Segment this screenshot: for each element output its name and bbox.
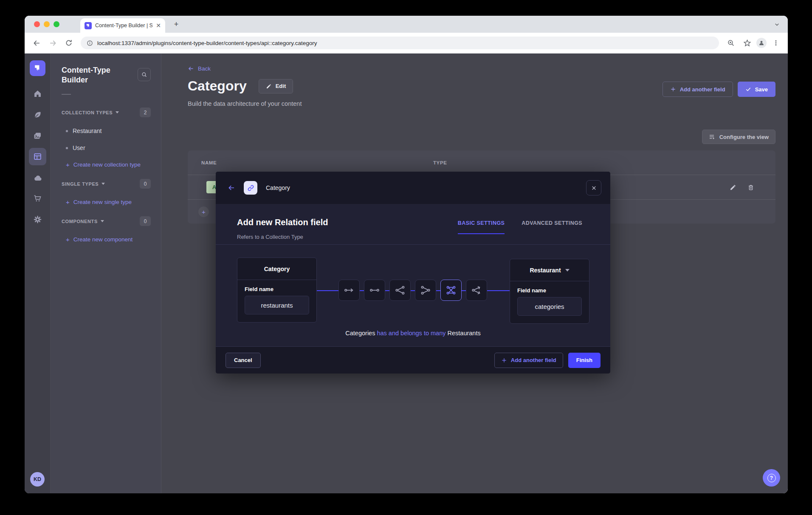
modal-back-button[interactable] <box>228 184 235 192</box>
settings-gear-icon[interactable] <box>29 211 46 228</box>
strapi-admin: KD Content-Type Builder COLLECTION TYPES… <box>25 54 788 493</box>
section-components[interactable]: COMPONENTS <box>62 219 104 224</box>
sidebar-item-restaurant[interactable]: Restaurant <box>66 127 151 134</box>
relation-many-to-many-button[interactable] <box>440 280 462 301</box>
chevron-down-icon <box>101 220 104 222</box>
configure-view-button[interactable]: Configure the view <box>702 130 775 144</box>
forward-button[interactable] <box>46 36 59 50</box>
back-link[interactable]: Back <box>188 65 211 72</box>
modal-breadcrumb: Category <box>266 184 578 191</box>
delete-field-icon[interactable] <box>747 184 754 191</box>
column-name: NAME <box>201 160 433 165</box>
sidebar-search-button[interactable] <box>138 68 151 81</box>
source-card: Category Field name <box>237 258 317 323</box>
sidebar-item-user[interactable]: User <box>66 144 151 151</box>
relation-type-picker <box>338 280 487 301</box>
relation-one-to-one-button[interactable] <box>364 280 385 301</box>
relation-one-to-many-button[interactable] <box>389 280 411 301</box>
plus-icon: + <box>66 236 70 243</box>
page-info-icon[interactable] <box>87 40 93 46</box>
relation-one-way-button[interactable] <box>338 280 360 301</box>
target-select[interactable]: Restaurant <box>510 259 589 281</box>
relation-many-to-one-button[interactable] <box>415 280 436 301</box>
strapi-logo[interactable] <box>30 60 45 76</box>
strapi-favicon-icon <box>85 22 92 29</box>
plus-icon <box>670 86 676 92</box>
bullet-icon <box>66 147 68 149</box>
home-icon[interactable] <box>29 85 46 102</box>
url-text: localhost:1337/admin/plugins/content-typ… <box>97 40 317 46</box>
modal-subtitle: Refers to a Collection Type <box>237 234 303 240</box>
browser-profile-avatar[interactable] <box>756 38 767 48</box>
edit-field-icon[interactable] <box>730 184 736 191</box>
cancel-button[interactable]: Cancel <box>226 353 261 368</box>
list-plus-icon <box>709 133 716 140</box>
plus-circle-icon: + <box>198 207 209 217</box>
zoom-window-button[interactable] <box>54 21 59 27</box>
help-button[interactable]: ? <box>763 469 780 487</box>
tab-basic-settings[interactable]: BASIC SETTINGS <box>458 220 505 234</box>
modal-tabs: BASIC SETTINGS ADVANCED SETTINGS <box>458 220 582 234</box>
deploy-cloud-icon[interactable] <box>29 169 46 187</box>
close-window-button[interactable] <box>34 21 40 27</box>
minimize-window-button[interactable] <box>44 21 50 27</box>
page-subtitle: Build the data architecture of your cont… <box>188 100 302 107</box>
pencil-icon <box>266 83 272 89</box>
zoom-page-icon[interactable] <box>724 36 738 50</box>
back-button[interactable] <box>30 36 43 50</box>
source-field-label: Field name <box>245 286 316 292</box>
relation-many-way-button[interactable] <box>466 280 487 301</box>
save-button[interactable]: Save <box>738 82 775 97</box>
modal-close-button[interactable] <box>586 180 601 195</box>
arrow-left-icon <box>188 65 194 72</box>
content-manager-icon[interactable] <box>29 106 46 124</box>
search-icon <box>141 71 147 78</box>
window-controls <box>34 21 59 27</box>
create-single-type-link[interactable]: +Create new single type <box>66 199 151 205</box>
modal-body: Add new Relation field Refers to a Colle… <box>216 204 610 346</box>
target-field-input[interactable] <box>517 297 582 316</box>
section-single-types[interactable]: SINGLE TYPES <box>62 181 105 187</box>
finish-button[interactable]: Finish <box>568 353 601 368</box>
browser-toolbar: localhost:1337/admin/plugins/content-typ… <box>25 33 788 54</box>
url-bar[interactable]: localhost:1337/admin/plugins/content-typ… <box>81 37 719 49</box>
tab-advanced-settings[interactable]: ADVANCED SETTINGS <box>522 220 582 234</box>
modal-footer: Cancel Add another field Finish <box>216 346 610 374</box>
relation-link-icon <box>244 181 257 195</box>
new-tab-button[interactable]: + <box>171 19 182 30</box>
create-component-link[interactable]: +Create new component <box>66 236 151 243</box>
close-icon <box>591 185 597 191</box>
browser-window: Content-Type Builder | Strapi ✕ + localh… <box>25 16 788 493</box>
reload-button[interactable] <box>62 36 76 50</box>
marketplace-cart-icon[interactable] <box>29 190 46 207</box>
section-collection-types[interactable]: COLLECTION TYPES <box>62 110 119 115</box>
media-library-icon[interactable] <box>29 127 46 144</box>
tab-strip: Content-Type Builder | Strapi ✕ + <box>25 16 788 33</box>
question-mark-icon: ? <box>767 474 776 482</box>
check-icon <box>745 86 751 92</box>
components-count: 0 <box>140 216 151 226</box>
target-card: Restaurant Field name <box>510 259 589 324</box>
modal-title: Add new Relation field <box>237 218 328 227</box>
target-field-label: Field name <box>517 287 589 294</box>
ctb-sidebar: Content-Type Builder COLLECTION TYPES 2 … <box>51 54 161 493</box>
edit-button[interactable]: Edit <box>259 79 293 93</box>
tab-search-button[interactable] <box>772 19 782 29</box>
user-avatar[interactable]: KD <box>30 472 45 487</box>
bookmark-star-icon[interactable] <box>740 36 754 50</box>
browser-tab[interactable]: Content-Type Builder | Strapi ✕ <box>80 18 165 33</box>
chevron-down-icon <box>565 269 570 272</box>
modal-add-another-field-button[interactable]: Add another field <box>494 353 563 368</box>
browser-menu-icon[interactable] <box>769 36 783 50</box>
content-type-builder-icon[interactable] <box>29 148 46 165</box>
divider <box>216 244 610 245</box>
add-another-field-button[interactable]: Add another field <box>663 82 733 97</box>
source-field-input[interactable] <box>245 296 309 314</box>
sidebar-title: Content-Type Builder <box>62 65 121 85</box>
tab-close-icon[interactable]: ✕ <box>156 23 161 28</box>
source-title: Category <box>237 258 316 280</box>
plus-icon: + <box>66 161 70 168</box>
chevron-down-icon <box>116 111 119 113</box>
arrow-left-icon <box>228 184 235 192</box>
create-collection-type-link[interactable]: +Create new collection type <box>66 161 151 168</box>
